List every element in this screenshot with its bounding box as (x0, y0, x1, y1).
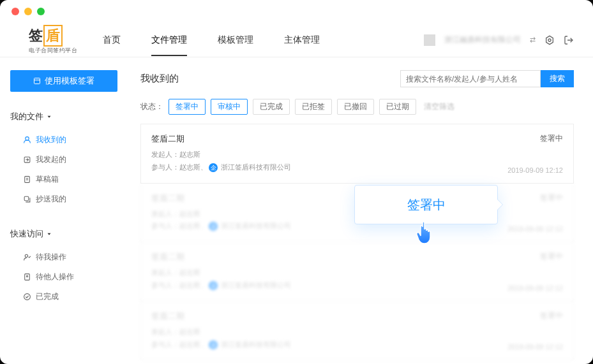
logo-text-1: 签 (29, 26, 43, 45)
filter-withdrawn[interactable]: 已撤回 (337, 99, 374, 115)
doc-item[interactable]: 签盾二期 发起人：赵志斯 参与人：赵志斯、企 浙江签盾科技有限公司 签署中 20… (140, 242, 574, 302)
side-section-quick: 快速访问 待我操作 待他人操作 已完成 (10, 224, 117, 307)
svg-marker-0 (546, 36, 553, 44)
sidebar-item-sent[interactable]: 我发起的 (10, 150, 117, 170)
logo-text-2: 盾 (43, 25, 63, 47)
window-titlebar (0, 0, 593, 23)
search-input[interactable] (400, 70, 541, 87)
nav-files[interactable]: 文件管理 (151, 24, 187, 56)
doc-time: 2019-09-09 12:12 (507, 284, 563, 292)
doc-meta: 发起人：赵志斯 参与人：赵志斯、企 浙江签盾科技有限公司 (151, 149, 507, 174)
maximize-window-icon[interactable] (37, 8, 45, 15)
sidebar: 使用模板签署 我的文件 我收到的 我发起的 (0, 57, 128, 364)
filter-expired[interactable]: 已过期 (379, 99, 416, 115)
settings-icon[interactable] (544, 35, 555, 45)
filter-completed[interactable]: 已完成 (253, 99, 290, 115)
company-badge-icon: 企 (209, 222, 218, 231)
doc-time: 2019-09-09 12:12 (507, 343, 563, 351)
svg-point-15 (26, 275, 27, 277)
building-icon (424, 34, 435, 46)
chevron-down-icon (46, 113, 52, 120)
header-right: 浙江融盾科技有限公司 ⇄ (424, 34, 574, 46)
company-badge-icon: 企 (209, 281, 218, 290)
doc-title: 签盾二期 (151, 251, 507, 263)
doc-title: 签盾二期 (151, 133, 507, 145)
check-circle-icon (23, 293, 31, 301)
body: 使用模板签署 我的文件 我收到的 我发起的 (0, 57, 593, 364)
doc-title: 签盾二期 (151, 310, 507, 322)
app-window: 签盾 电子合同签约平台 首页 文件管理 模板管理 主体管理 浙江融盾科技有限公司… (0, 0, 593, 364)
search-button[interactable]: 搜索 (541, 70, 574, 87)
doc-item[interactable]: 签盾二期 发起人：赵志斯 参与人：赵志斯、企 浙江签盾科技有限公司 签署中 20… (140, 124, 574, 184)
sidebar-item-drafts[interactable]: 草稿箱 (10, 170, 117, 189)
minimize-window-icon[interactable] (24, 8, 32, 15)
sidebar-item-my-pending[interactable]: 待我操作 (10, 247, 117, 267)
doc-list: 签盾二期 发起人：赵志斯 参与人：赵志斯、企 浙江签盾科技有限公司 签署中 20… (140, 124, 574, 360)
nav: 首页 文件管理 模板管理 主体管理 (103, 24, 320, 56)
nav-subjects[interactable]: 主体管理 (284, 24, 320, 56)
cc-icon (23, 195, 31, 203)
swap-icon[interactable]: ⇄ (530, 36, 536, 44)
main: 我收到的 搜索 状态： 签署中 审核中 已完成 已拒签 已撤回 已过期 清空筛选 (128, 57, 593, 364)
filter-clear[interactable]: 清空筛选 (424, 101, 454, 112)
inbox-icon (23, 136, 31, 144)
doc-status: 签署中 (507, 251, 563, 262)
filter-reviewing[interactable]: 审核中 (211, 99, 248, 115)
doc-meta: 发起人：赵志斯 参与人：赵志斯、企 浙江签盾科技有限公司 (151, 266, 507, 292)
logout-icon[interactable] (564, 35, 574, 45)
side-header-quick[interactable]: 快速访问 (10, 224, 117, 244)
page-title: 我收到的 (140, 73, 179, 85)
pointer-hand-icon (415, 219, 437, 247)
side-header-myfiles[interactable]: 我的文件 (10, 107, 117, 126)
org-name: 浙江融盾科技有限公司 (444, 34, 521, 45)
sidebar-item-received[interactable]: 我收到的 (10, 130, 117, 150)
status-tooltip: 签署中 (354, 185, 498, 224)
svg-point-13 (25, 254, 27, 257)
chevron-down-icon (46, 231, 52, 237)
search-group: 搜索 (400, 70, 574, 87)
svg-rect-11 (24, 196, 29, 201)
sidebar-item-completed[interactable]: 已完成 (10, 287, 117, 307)
sent-icon (23, 156, 31, 164)
doc-status: 签署中 (507, 193, 563, 203)
svg-point-16 (24, 294, 31, 300)
doc-item[interactable]: 签盾二期 发起人：赵志斯 参与人：赵志斯、企 浙江签盾科技有限公司 签署中 20… (140, 302, 574, 361)
sidebar-item-others-pending[interactable]: 待他人操作 (10, 267, 117, 287)
company-badge-icon: 企 (209, 163, 218, 172)
draft-icon (23, 175, 31, 184)
svg-point-6 (26, 137, 29, 140)
header: 签盾 电子合同签约平台 首页 文件管理 模板管理 主体管理 浙江融盾科技有限公司… (0, 23, 593, 57)
create-from-template-button[interactable]: 使用模板签署 (10, 70, 117, 92)
filter-label: 状态： (140, 101, 163, 112)
svg-point-1 (548, 39, 551, 41)
svg-marker-5 (48, 116, 51, 118)
svg-rect-3 (34, 78, 40, 84)
doc-status: 签署中 (507, 310, 563, 321)
doc-status: 签署中 (507, 133, 563, 144)
template-icon (33, 77, 41, 85)
nav-templates[interactable]: 模板管理 (218, 24, 253, 56)
filter-rejected[interactable]: 已拒签 (295, 99, 332, 115)
doc-meta: 发起人：赵志斯 参与人：赵志斯、企 浙江签盾科技有限公司 (151, 326, 507, 351)
sidebar-item-cc[interactable]: 抄送我的 (10, 189, 117, 209)
nav-home[interactable]: 首页 (103, 24, 121, 56)
filter-row: 状态： 签署中 审核中 已完成 已拒签 已撤回 已过期 清空筛选 (140, 99, 574, 115)
logo-subtitle: 电子合同签约平台 (29, 47, 77, 55)
main-header: 我收到的 搜索 (140, 70, 574, 87)
side-section-myfiles: 我的文件 我收到的 我发起的 草稿箱 (10, 107, 117, 209)
others-pending-icon (23, 273, 31, 281)
doc-time: 2019-09-09 12:12 (507, 225, 563, 233)
filter-signing[interactable]: 签署中 (169, 99, 206, 115)
logo: 签盾 电子合同签约平台 (29, 25, 77, 55)
svg-marker-12 (48, 233, 51, 235)
company-badge-icon: 企 (209, 340, 218, 349)
close-window-icon[interactable] (11, 8, 19, 15)
user-pending-icon (23, 253, 31, 261)
doc-time: 2019-09-09 12:12 (507, 166, 563, 174)
